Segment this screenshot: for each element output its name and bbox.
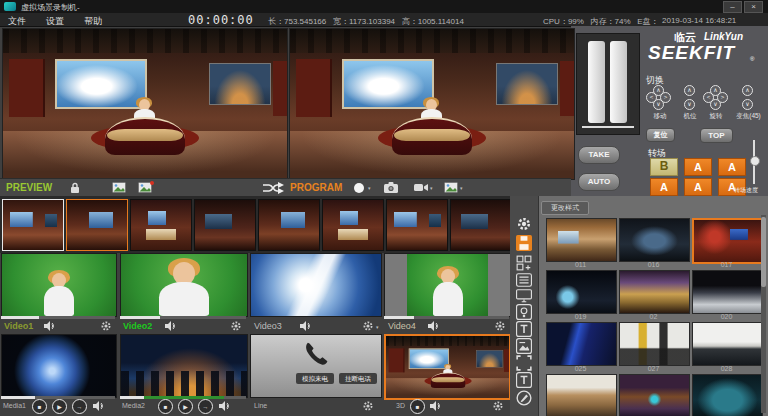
scene-thumbnail[interactable]	[546, 322, 617, 366]
dpad-down-button[interactable]: ∨	[653, 99, 664, 110]
speed-slider-knob[interactable]	[750, 156, 760, 166]
scene-thumbnail[interactable]	[546, 270, 617, 314]
phone-call-button[interactable]: 模拟来电	[296, 373, 334, 384]
monitor-icon[interactable]	[516, 288, 532, 304]
media2-thumbnail[interactable]	[120, 334, 248, 398]
snapshot-icon[interactable]	[112, 182, 126, 193]
reset-button[interactable]: 复位	[646, 128, 675, 142]
gear-icon[interactable]	[492, 400, 504, 412]
media2-loop-button[interactable]: →	[198, 399, 213, 414]
dpad-up-button[interactable]: ∧	[742, 85, 753, 96]
light-icon[interactable]	[516, 304, 532, 320]
dpad-up-button[interactable]: ∧	[684, 85, 695, 96]
dpad-down-button[interactable]: ∨	[742, 99, 753, 110]
scene-shot-thumbnail[interactable]	[258, 199, 320, 251]
scene-thumbnail[interactable]	[692, 270, 763, 314]
speaker-icon[interactable]	[93, 401, 105, 411]
scene-thumbnail[interactable]	[546, 374, 617, 416]
scene-shot-thumbnail[interactable]	[386, 199, 448, 251]
threed-stop-button[interactable]: ■	[410, 399, 425, 414]
gear-icon[interactable]	[362, 320, 374, 332]
video4-seekbar[interactable]	[384, 316, 509, 319]
menu-help[interactable]: 帮助	[84, 15, 102, 28]
threed-output-thumbnail[interactable]	[384, 334, 511, 400]
scene-thumbnail-selected[interactable]	[692, 218, 765, 264]
scene-thumbnail[interactable]	[619, 218, 690, 262]
video1-seekbar[interactable]	[1, 316, 115, 319]
video1-thumbnail[interactable]	[1, 253, 117, 317]
gear-icon[interactable]	[230, 320, 242, 332]
scene-shot-thumbnail[interactable]	[194, 199, 256, 251]
scene-shot-thumbnail[interactable]	[450, 199, 512, 251]
video2-seekbar[interactable]	[120, 316, 246, 319]
media1-thumbnail[interactable]	[1, 334, 117, 398]
dpad-down-button[interactable]: ∨	[684, 99, 695, 110]
minimize-button[interactable]: –	[723, 1, 742, 13]
browser-scrollbar-thumb[interactable]	[761, 217, 766, 287]
change-style-button[interactable]: 更改样式	[541, 201, 589, 215]
record-button[interactable]	[354, 183, 364, 193]
speaker-icon[interactable]	[300, 321, 312, 331]
video4-thumbnail[interactable]	[384, 253, 511, 317]
speaker-icon[interactable]	[44, 321, 56, 331]
menu-settings[interactable]: 设置	[46, 15, 64, 28]
speaker-icon[interactable]	[219, 401, 231, 411]
tbar-handle-left[interactable]	[588, 41, 605, 123]
record-dropdown-icon[interactable]: ▾	[368, 185, 371, 191]
settings-gear-icon[interactable]	[516, 216, 532, 232]
playlist-icon[interactable]	[516, 272, 532, 288]
brush-icon[interactable]	[516, 390, 532, 406]
scene-thumbnail[interactable]	[692, 374, 763, 416]
dpad-down-button[interactable]: ∨	[710, 99, 721, 110]
line-thumbnail[interactable]: 模拟来电 挂断电话	[250, 334, 382, 398]
browser-scrollbar[interactable]	[761, 215, 766, 413]
videocam-icon[interactable]	[414, 183, 428, 192]
frame-icon[interactable]	[516, 355, 532, 371]
scene-shot-thumbnail[interactable]	[130, 199, 192, 251]
auto-button[interactable]: AUTO	[578, 173, 620, 191]
save-floppy-icon[interactable]	[516, 235, 532, 251]
transition-a-button[interactable]: A	[718, 158, 746, 176]
scene-thumbnail[interactable]	[619, 374, 690, 416]
transition-a-button[interactable]: A	[684, 158, 712, 176]
lock-icon[interactable]	[70, 182, 80, 194]
close-button[interactable]: ×	[744, 1, 763, 13]
scene-thumbnail[interactable]	[619, 322, 690, 366]
scene-shot-thumbnail[interactable]	[66, 199, 128, 251]
subtitle-text-icon[interactable]	[516, 372, 532, 388]
transition-tbar[interactable]	[576, 33, 640, 135]
scene-shot-thumbnail[interactable]	[2, 199, 64, 251]
transition-a-button[interactable]: A	[650, 178, 678, 196]
speaker-icon[interactable]	[428, 321, 440, 331]
picture-icon[interactable]	[444, 182, 458, 193]
transition-b-button[interactable]: B	[650, 158, 678, 176]
gear-dropdown-icon[interactable]: ▾	[376, 324, 379, 330]
phone-hangup-button[interactable]: 挂断电话	[339, 373, 377, 384]
scene-thumbnail[interactable]	[619, 270, 690, 314]
picture-dropdown-icon[interactable]: ▾	[460, 185, 463, 191]
media2-stop-button[interactable]: ■	[158, 399, 173, 414]
tbar-handle-right[interactable]	[610, 41, 627, 123]
media1-stop-button[interactable]: ■	[32, 399, 47, 414]
gear-icon[interactable]	[362, 400, 374, 412]
gear-icon[interactable]	[100, 320, 112, 332]
media1-loop-button[interactable]: →	[72, 399, 87, 414]
scene-shot-thumbnail[interactable]	[322, 199, 384, 251]
gear-icon[interactable]	[494, 320, 506, 332]
media2-play-button[interactable]: ▶	[178, 399, 193, 414]
layout-grid-icon[interactable]	[516, 255, 532, 271]
title-text-icon[interactable]	[516, 321, 532, 337]
image-layer-icon[interactable]	[516, 338, 532, 354]
video2-thumbnail[interactable]	[120, 253, 248, 317]
swap-preview-program-icon[interactable]	[262, 182, 284, 194]
media1-play-button[interactable]: ▶	[52, 399, 67, 414]
transition-a-button[interactable]: A	[684, 178, 712, 196]
top-button[interactable]: TOP	[700, 128, 733, 143]
video3-thumbnail[interactable]	[250, 253, 382, 317]
menu-file[interactable]: 文件	[8, 15, 26, 28]
speaker-icon[interactable]	[430, 401, 442, 411]
videocam-dropdown-icon[interactable]: ▾	[430, 185, 433, 191]
scene-thumbnail[interactable]	[692, 322, 763, 366]
scene-thumbnail[interactable]	[546, 218, 617, 262]
speaker-icon[interactable]	[165, 321, 177, 331]
